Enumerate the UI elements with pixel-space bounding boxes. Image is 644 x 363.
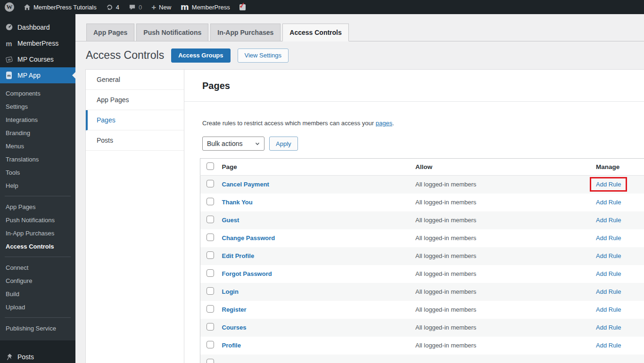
comments-count: 0 bbox=[139, 4, 142, 11]
mail-plugin-button[interactable]: ✓ bbox=[235, 0, 250, 14]
add-rule-link[interactable]: Add Rule bbox=[596, 252, 621, 259]
page-link[interactable]: Profile bbox=[222, 342, 241, 349]
sidebar-item-dashboard[interactable]: Dashboard bbox=[0, 19, 75, 35]
row-checkbox[interactable] bbox=[206, 359, 214, 363]
memberpress-adminbar-label: MemberPress bbox=[192, 4, 230, 11]
row-checkbox[interactable] bbox=[206, 234, 214, 241]
memberpress-adminbar-button[interactable]: m MemberPress bbox=[176, 0, 235, 14]
submenu-item-translations[interactable]: Translations bbox=[0, 153, 75, 166]
memberpress-logo-icon: m bbox=[181, 3, 189, 11]
sidebar-item-posts[interactable]: Posts bbox=[0, 349, 75, 363]
row-checkbox[interactable] bbox=[206, 305, 214, 313]
pages-link[interactable]: pages bbox=[376, 120, 392, 127]
description-period: . bbox=[392, 120, 394, 127]
memberpress-m-icon: m bbox=[5, 40, 13, 47]
admin-bar: W MemberPress Tutorials 4 0 + New m Memb… bbox=[0, 0, 644, 14]
page-link[interactable]: Guest bbox=[222, 217, 239, 224]
column-header-page: Page bbox=[216, 159, 400, 176]
content-area: App Pages Push Notifications In-App Purc… bbox=[75, 14, 644, 363]
red-highlight-box: Add Rule bbox=[590, 177, 627, 192]
submenu-item-configure[interactable]: Configure bbox=[0, 274, 75, 287]
add-rule-link[interactable]: Add Rule bbox=[596, 306, 621, 313]
table-row: Profile All logged-in members Add Rule bbox=[200, 337, 644, 355]
submenu-item-help[interactable]: Help bbox=[0, 179, 75, 192]
tab-in-app-purchases[interactable]: In-App Purchases bbox=[210, 24, 281, 41]
wordpress-menu-button[interactable]: W bbox=[0, 0, 19, 14]
comments-button[interactable]: 0 bbox=[124, 0, 147, 14]
submenu-item-build[interactable]: Build bbox=[0, 287, 75, 300]
table-row: Thank You All logged-in members Add Rule bbox=[200, 194, 644, 211]
apply-button[interactable]: Apply bbox=[269, 137, 298, 151]
page-link[interactable]: Register bbox=[222, 306, 247, 313]
submenu-divider bbox=[5, 257, 71, 257]
submenu-item-push-notifications[interactable]: Push Notifications bbox=[0, 213, 75, 226]
add-rule-link[interactable]: Add Rule bbox=[596, 324, 621, 331]
tab-app-pages[interactable]: App Pages bbox=[86, 24, 134, 41]
panel-description: Create rules to restrict access which me… bbox=[202, 120, 644, 127]
access-groups-button[interactable]: Access Groups bbox=[171, 48, 230, 63]
add-rule-link[interactable]: Add Rule bbox=[596, 181, 621, 188]
site-name-label: MemberPress Tutorials bbox=[33, 4, 97, 11]
row-checkbox[interactable] bbox=[206, 269, 214, 277]
add-rule-link[interactable]: Add Rule bbox=[596, 234, 621, 242]
submenu-item-menus[interactable]: Menus bbox=[0, 139, 75, 153]
subnav-item-pages[interactable]: Pages bbox=[86, 110, 184, 130]
submenu-item-connect[interactable]: Connect bbox=[0, 261, 75, 274]
table-row: Forgot Password All logged-in members Ad… bbox=[200, 265, 644, 283]
add-rule-link[interactable]: Add Rule bbox=[596, 217, 621, 224]
row-checkbox[interactable] bbox=[206, 251, 214, 259]
submenu-item-integrations[interactable]: Integrations bbox=[0, 113, 75, 126]
submenu-item-upload[interactable]: Upload bbox=[0, 300, 75, 314]
access-controls-card: General App Pages Pages Posts Pages Crea… bbox=[85, 69, 644, 363]
add-rule-link[interactable]: Add Rule bbox=[596, 342, 621, 349]
sidebar-item-mp-courses[interactable]: m MP Courses bbox=[0, 51, 75, 67]
page-link[interactable]: Courses bbox=[222, 324, 247, 331]
submenu-item-publishing-service[interactable]: Publishing Service bbox=[0, 322, 75, 335]
bulk-actions-select[interactable]: Bulk actions bbox=[202, 137, 264, 151]
submenu-item-components[interactable]: Components bbox=[0, 87, 75, 100]
subnav-item-general[interactable]: General bbox=[86, 70, 184, 90]
add-rule-link[interactable]: Add Rule bbox=[596, 199, 621, 206]
column-header-allow: Allow bbox=[399, 159, 591, 176]
subnav-item-app-pages[interactable]: App Pages bbox=[86, 90, 184, 110]
submenu-divider bbox=[5, 196, 71, 196]
row-checkbox[interactable] bbox=[206, 323, 214, 331]
submenu-item-access-controls[interactable]: Access Controls bbox=[0, 240, 75, 253]
tab-access-controls[interactable]: Access Controls bbox=[282, 24, 348, 41]
select-all-checkbox[interactable] bbox=[206, 162, 214, 170]
sidebar-item-label: MemberPress bbox=[17, 40, 58, 47]
page-header: Access Controls Access Groups View Setti… bbox=[75, 41, 644, 69]
page-link[interactable]: Login bbox=[222, 288, 239, 295]
row-checkbox[interactable] bbox=[206, 180, 214, 187]
submenu-item-branding[interactable]: Branding bbox=[0, 126, 75, 139]
page-link[interactable]: Cancel Payment bbox=[222, 181, 269, 188]
allow-value: All logged-in members bbox=[399, 229, 591, 247]
view-settings-button[interactable]: View Settings bbox=[238, 48, 289, 63]
site-name-link[interactable]: MemberPress Tutorials bbox=[19, 0, 101, 14]
row-checkbox[interactable] bbox=[206, 287, 214, 295]
row-checkbox[interactable] bbox=[206, 216, 214, 223]
new-content-button[interactable]: + New bbox=[147, 0, 176, 14]
page-link[interactable]: Thank You bbox=[222, 199, 253, 206]
table-row: Login All logged-in members Add Rule bbox=[200, 283, 644, 301]
wordpress-logo-icon: W bbox=[5, 2, 14, 12]
add-rule-link[interactable]: Add Rule bbox=[596, 288, 621, 295]
updates-count: 4 bbox=[116, 4, 119, 11]
page-link[interactable]: Edit Profile bbox=[222, 252, 255, 259]
sidebar-item-mp-app[interactable]: m MP App bbox=[0, 67, 75, 83]
page-link[interactable]: Forgot Password bbox=[222, 270, 272, 277]
subnav-item-posts[interactable]: Posts bbox=[86, 130, 184, 151]
add-rule-link[interactable]: Add Rule bbox=[596, 270, 621, 277]
submenu-item-settings[interactable]: Settings bbox=[0, 100, 75, 113]
tab-push-notifications[interactable]: Push Notifications bbox=[136, 24, 208, 41]
row-checkbox[interactable] bbox=[206, 198, 214, 205]
submenu-item-in-app-purchases[interactable]: In-App Purchases bbox=[0, 226, 75, 240]
page-link[interactable]: Change Password bbox=[222, 234, 275, 242]
row-checkbox[interactable] bbox=[206, 341, 214, 348]
updates-button[interactable]: 4 bbox=[101, 0, 124, 14]
submenu-item-app-pages[interactable]: App Pages bbox=[0, 200, 75, 213]
pages-panel: Pages Create rules to restrict access wh… bbox=[184, 70, 644, 363]
allow-value: All logged-in members bbox=[399, 337, 591, 355]
submenu-item-tools[interactable]: Tools bbox=[0, 166, 75, 179]
sidebar-item-memberpress[interactable]: m MemberPress bbox=[0, 35, 75, 51]
